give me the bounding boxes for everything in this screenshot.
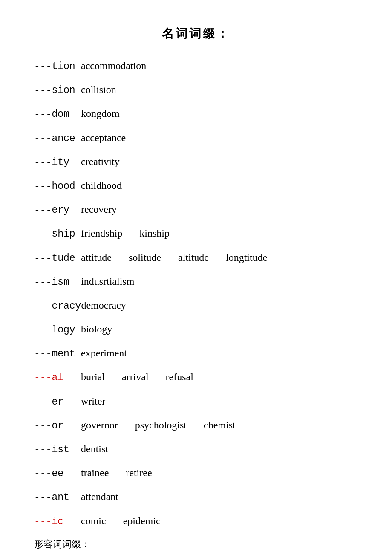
example-word: collision bbox=[81, 83, 116, 97]
suffix-examples: biology bbox=[81, 322, 112, 337]
suffix-label: ---hood bbox=[34, 179, 81, 193]
suffix-examples: traineeretiree bbox=[81, 466, 152, 480]
suffix-examples: dentist bbox=[81, 442, 108, 457]
suffix-label: ---cracy bbox=[34, 299, 81, 313]
suffix-examples: childhood bbox=[81, 179, 122, 193]
suffix-examples: governorpsychologistchemist bbox=[81, 418, 236, 433]
example-word: arrival bbox=[122, 370, 149, 384]
suffix-list: ---tionaccommodation---sioncollision---d… bbox=[34, 59, 358, 529]
example-word: creativity bbox=[81, 155, 120, 169]
suffix-label: ---er bbox=[34, 395, 81, 409]
example-word: biology bbox=[81, 322, 112, 337]
example-word: epidemic bbox=[123, 514, 161, 529]
suffix-examples: writer bbox=[81, 394, 105, 409]
suffix-row: ---cracydemocracy bbox=[34, 298, 358, 313]
suffix-examples: attendant bbox=[81, 490, 118, 504]
example-word: accommodation bbox=[81, 59, 146, 73]
suffix-label: ---al bbox=[34, 371, 81, 384]
suffix-label: ---ship bbox=[34, 227, 81, 241]
suffix-row: ---eetraineeretiree bbox=[34, 466, 358, 480]
suffix-examples: creativity bbox=[81, 155, 120, 169]
suffix-label: ---ist bbox=[34, 443, 81, 457]
example-word: dentist bbox=[81, 442, 108, 457]
suffix-label: ---ment bbox=[34, 347, 81, 361]
suffix-examples: accommodation bbox=[81, 59, 146, 73]
section-label: 形容词词缀： bbox=[34, 538, 358, 551]
example-word: comic bbox=[81, 514, 106, 529]
suffix-row: ---erwriter bbox=[34, 394, 358, 409]
example-word: recovery bbox=[81, 202, 117, 217]
suffix-label: ---ant bbox=[34, 491, 81, 504]
suffix-examples: democracy bbox=[81, 298, 126, 313]
example-word: kongdom bbox=[81, 107, 120, 121]
example-word: chemist bbox=[204, 418, 236, 433]
suffix-row: ---iccomicepidemic bbox=[34, 514, 358, 529]
suffix-label: ---ism bbox=[34, 275, 81, 289]
suffix-label: ---ee bbox=[34, 467, 81, 480]
example-word: attendant bbox=[81, 490, 118, 504]
suffix-examples: burialarrivalrefusal bbox=[81, 370, 193, 384]
suffix-row: ---mentexperiment bbox=[34, 346, 358, 361]
suffix-label: ---logy bbox=[34, 323, 81, 337]
suffix-label: ---ance bbox=[34, 132, 81, 145]
example-word: attitude bbox=[81, 251, 112, 265]
suffix-label: ---ery bbox=[34, 203, 81, 217]
example-word: psychologist bbox=[135, 418, 187, 433]
example-word: childhood bbox=[81, 179, 122, 193]
suffix-row: ---anceacceptance bbox=[34, 131, 358, 145]
suffix-row: ---sioncollision bbox=[34, 83, 358, 97]
page-title: 名词词缀： bbox=[34, 26, 358, 42]
suffix-label: ---ity bbox=[34, 156, 81, 169]
example-word: retiree bbox=[126, 466, 152, 480]
example-word: longtitude bbox=[226, 251, 267, 265]
suffix-label: ---tion bbox=[34, 60, 81, 73]
suffix-examples: comicepidemic bbox=[81, 514, 161, 529]
suffix-row: ---hoodchildhood bbox=[34, 179, 358, 193]
suffix-row: ---orgovernorpsychologistchemist bbox=[34, 418, 358, 433]
suffix-examples: friendshipkinship bbox=[81, 226, 170, 241]
suffix-examples: attitudesolitudealtitudelongtitude bbox=[81, 251, 267, 265]
suffix-row: ---alburialarrivalrefusal bbox=[34, 370, 358, 384]
suffix-examples: collision bbox=[81, 83, 116, 97]
suffix-examples: experiment bbox=[81, 346, 127, 361]
suffix-row: ---domkongdom bbox=[34, 107, 358, 121]
example-word: writer bbox=[81, 394, 105, 409]
suffix-examples: acceptance bbox=[81, 131, 126, 145]
suffix-label: ---or bbox=[34, 419, 81, 433]
suffix-row: ---itycreativity bbox=[34, 155, 358, 169]
suffix-row: ---shipfriendshipkinship bbox=[34, 226, 358, 241]
suffix-row: ---tudeattitudesolitudealtitudelongtitud… bbox=[34, 251, 358, 265]
example-word: altitude bbox=[178, 251, 209, 265]
suffix-label: ---tude bbox=[34, 251, 81, 265]
suffix-row: ---eryrecovery bbox=[34, 202, 358, 217]
example-word: indusrtialism bbox=[81, 275, 134, 289]
example-word: governor bbox=[81, 418, 118, 433]
suffix-row: ---antattendant bbox=[34, 490, 358, 504]
example-word: refusal bbox=[166, 370, 193, 384]
example-word: acceptance bbox=[81, 131, 126, 145]
suffix-row: ---logybiology bbox=[34, 322, 358, 337]
suffix-row: ---tionaccommodation bbox=[34, 59, 358, 73]
suffix-row: ---istdentist bbox=[34, 442, 358, 457]
example-word: solitude bbox=[129, 251, 161, 265]
suffix-row: ---ismindusrtialism bbox=[34, 275, 358, 289]
example-word: democracy bbox=[81, 298, 126, 313]
example-word: friendship bbox=[81, 226, 122, 241]
suffix-examples: recovery bbox=[81, 202, 117, 217]
example-word: kinship bbox=[139, 226, 170, 241]
suffix-examples: indusrtialism bbox=[81, 275, 134, 289]
example-word: burial bbox=[81, 370, 105, 384]
suffix-label: ---ic bbox=[34, 515, 81, 529]
suffix-label: ---dom bbox=[34, 107, 81, 121]
suffix-label: ---sion bbox=[34, 84, 81, 97]
example-word: trainee bbox=[81, 466, 109, 480]
example-word: experiment bbox=[81, 346, 127, 361]
suffix-examples: kongdom bbox=[81, 107, 120, 121]
